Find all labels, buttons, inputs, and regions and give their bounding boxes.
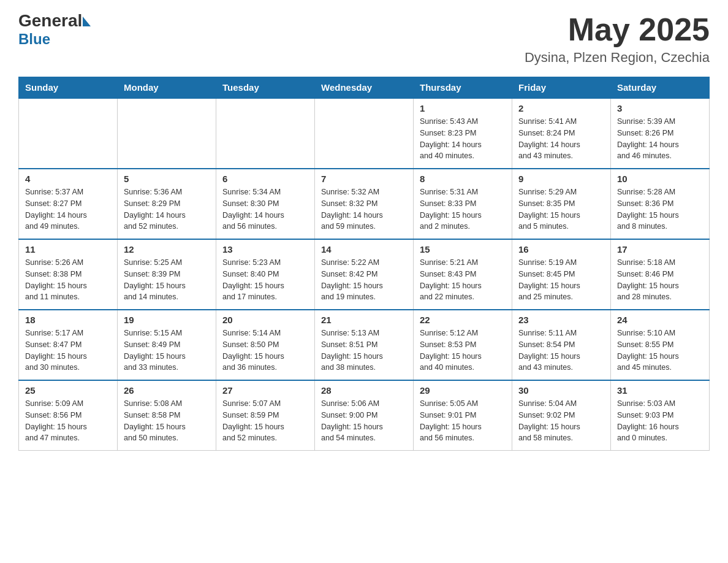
day-number: 11: [25, 244, 111, 255]
calendar-week-row: 4Sunrise: 5:37 AMSunset: 8:27 PMDaylight…: [19, 169, 710, 239]
calendar-cell: 19Sunrise: 5:15 AMSunset: 8:49 PMDayligh…: [118, 310, 216, 380]
day-number: 21: [321, 315, 407, 325]
calendar-cell: 12Sunrise: 5:25 AMSunset: 8:39 PMDayligh…: [118, 239, 216, 310]
day-info: Sunrise: 5:05 AMSunset: 9:01 PMDaylight:…: [420, 398, 506, 444]
day-of-week-header: Saturday: [611, 77, 710, 99]
day-info: Sunrise: 5:36 AMSunset: 8:29 PMDaylight:…: [124, 186, 210, 232]
calendar-cell: 31Sunrise: 5:03 AMSunset: 9:03 PMDayligh…: [611, 380, 710, 451]
calendar-cell: 24Sunrise: 5:10 AMSunset: 8:55 PMDayligh…: [611, 310, 710, 380]
day-info: Sunrise: 5:29 AMSunset: 8:35 PMDaylight:…: [518, 186, 604, 232]
logo-arrow-icon: [83, 17, 91, 26]
calendar-cell: 17Sunrise: 5:18 AMSunset: 8:46 PMDayligh…: [611, 239, 710, 310]
location-subtitle: Dysina, Plzen Region, Czechia: [525, 50, 710, 66]
day-info: Sunrise: 5:28 AMSunset: 8:36 PMDaylight:…: [617, 186, 703, 232]
day-number: 15: [420, 244, 506, 255]
calendar-cell: 25Sunrise: 5:09 AMSunset: 8:56 PMDayligh…: [19, 380, 118, 451]
day-info: Sunrise: 5:18 AMSunset: 8:46 PMDaylight:…: [617, 257, 703, 303]
day-info: Sunrise: 5:19 AMSunset: 8:45 PMDaylight:…: [518, 257, 604, 303]
day-of-week-header: Thursday: [414, 77, 512, 99]
calendar-cell: 18Sunrise: 5:17 AMSunset: 8:47 PMDayligh…: [19, 310, 118, 380]
calendar-cell: 20Sunrise: 5:14 AMSunset: 8:50 PMDayligh…: [216, 310, 315, 380]
logo-general-text: General: [18, 12, 82, 29]
day-info: Sunrise: 5:08 AMSunset: 8:58 PMDaylight:…: [124, 398, 210, 444]
day-info: Sunrise: 5:17 AMSunset: 8:47 PMDaylight:…: [25, 327, 111, 373]
day-info: Sunrise: 5:41 AMSunset: 8:24 PMDaylight:…: [518, 116, 604, 162]
day-of-week-header: Tuesday: [216, 77, 315, 99]
day-number: 5: [124, 174, 210, 184]
calendar-cell: 9Sunrise: 5:29 AMSunset: 8:35 PMDaylight…: [512, 169, 611, 239]
calendar-week-row: 25Sunrise: 5:09 AMSunset: 8:56 PMDayligh…: [19, 380, 710, 451]
calendar-cell: 5Sunrise: 5:36 AMSunset: 8:29 PMDaylight…: [118, 169, 216, 239]
day-info: Sunrise: 5:43 AMSunset: 8:23 PMDaylight:…: [420, 116, 506, 162]
day-of-week-header: Wednesday: [315, 77, 414, 99]
day-number: 20: [222, 315, 308, 325]
day-info: Sunrise: 5:22 AMSunset: 8:42 PMDaylight:…: [321, 257, 407, 303]
day-info: Sunrise: 5:25 AMSunset: 8:39 PMDaylight:…: [124, 257, 210, 303]
day-of-week-header: Friday: [512, 77, 611, 99]
day-info: Sunrise: 5:39 AMSunset: 8:26 PMDaylight:…: [617, 116, 703, 162]
calendar-week-row: 11Sunrise: 5:26 AMSunset: 8:38 PMDayligh…: [19, 239, 710, 310]
day-number: 22: [420, 315, 506, 325]
calendar-cell: 6Sunrise: 5:34 AMSunset: 8:30 PMDaylight…: [216, 169, 315, 239]
day-number: 28: [321, 385, 407, 396]
calendar-cell: 26Sunrise: 5:08 AMSunset: 8:58 PMDayligh…: [118, 380, 216, 451]
calendar-cell: 14Sunrise: 5:22 AMSunset: 8:42 PMDayligh…: [315, 239, 414, 310]
calendar-cell: 13Sunrise: 5:23 AMSunset: 8:40 PMDayligh…: [216, 239, 315, 310]
day-number: 27: [222, 385, 308, 396]
page-header: General Blue May 2025 Dysina, Plzen Regi…: [18, 12, 710, 66]
day-info: Sunrise: 5:34 AMSunset: 8:30 PMDaylight:…: [222, 186, 308, 232]
day-info: Sunrise: 5:31 AMSunset: 8:33 PMDaylight:…: [420, 186, 506, 232]
logo-blue-text: Blue: [18, 31, 50, 48]
day-number: 9: [518, 174, 604, 184]
title-block: May 2025 Dysina, Plzen Region, Czechia: [525, 12, 710, 66]
calendar-cell: 27Sunrise: 5:07 AMSunset: 8:59 PMDayligh…: [216, 380, 315, 451]
calendar-cell: [19, 98, 118, 169]
day-number: 8: [420, 174, 506, 184]
day-number: 24: [617, 315, 703, 325]
day-number: 6: [222, 174, 308, 184]
calendar-cell: 4Sunrise: 5:37 AMSunset: 8:27 PMDaylight…: [19, 169, 118, 239]
calendar-cell: 30Sunrise: 5:04 AMSunset: 9:02 PMDayligh…: [512, 380, 611, 451]
day-number: 31: [617, 385, 703, 396]
day-number: 30: [518, 385, 604, 396]
day-info: Sunrise: 5:13 AMSunset: 8:51 PMDaylight:…: [321, 327, 407, 373]
day-info: Sunrise: 5:04 AMSunset: 9:02 PMDaylight:…: [518, 398, 604, 444]
calendar-cell: 10Sunrise: 5:28 AMSunset: 8:36 PMDayligh…: [611, 169, 710, 239]
day-number: 12: [124, 244, 210, 255]
calendar-table: SundayMondayTuesdayWednesdayThursdayFrid…: [18, 77, 710, 451]
day-number: 14: [321, 244, 407, 255]
day-number: 4: [25, 174, 111, 184]
calendar-cell: [118, 98, 216, 169]
day-number: 29: [420, 385, 506, 396]
calendar-cell: [315, 98, 414, 169]
day-number: 3: [617, 103, 703, 113]
day-info: Sunrise: 5:10 AMSunset: 8:55 PMDaylight:…: [617, 327, 703, 373]
day-info: Sunrise: 5:26 AMSunset: 8:38 PMDaylight:…: [25, 257, 111, 303]
day-number: 26: [124, 385, 210, 396]
calendar-cell: 11Sunrise: 5:26 AMSunset: 8:38 PMDayligh…: [19, 239, 118, 310]
calendar-cell: 29Sunrise: 5:05 AMSunset: 9:01 PMDayligh…: [414, 380, 512, 451]
calendar-cell: [216, 98, 315, 169]
calendar-cell: 28Sunrise: 5:06 AMSunset: 9:00 PMDayligh…: [315, 380, 414, 451]
day-info: Sunrise: 5:12 AMSunset: 8:53 PMDaylight:…: [420, 327, 506, 373]
day-number: 16: [518, 244, 604, 255]
day-of-week-header: Sunday: [19, 77, 118, 99]
day-number: 2: [518, 103, 604, 113]
calendar-cell: 15Sunrise: 5:21 AMSunset: 8:43 PMDayligh…: [414, 239, 512, 310]
calendar-cell: 7Sunrise: 5:32 AMSunset: 8:32 PMDaylight…: [315, 169, 414, 239]
calendar-cell: 22Sunrise: 5:12 AMSunset: 8:53 PMDayligh…: [414, 310, 512, 380]
calendar-header-row: SundayMondayTuesdayWednesdayThursdayFrid…: [19, 77, 710, 99]
day-number: 17: [617, 244, 703, 255]
day-number: 13: [222, 244, 308, 255]
day-number: 1: [420, 103, 506, 113]
day-number: 18: [25, 315, 111, 325]
calendar-cell: 16Sunrise: 5:19 AMSunset: 8:45 PMDayligh…: [512, 239, 611, 310]
day-info: Sunrise: 5:14 AMSunset: 8:50 PMDaylight:…: [222, 327, 308, 373]
calendar-cell: 3Sunrise: 5:39 AMSunset: 8:26 PMDaylight…: [611, 98, 710, 169]
day-number: 25: [25, 385, 111, 396]
day-info: Sunrise: 5:37 AMSunset: 8:27 PMDaylight:…: [25, 186, 111, 232]
calendar-cell: 2Sunrise: 5:41 AMSunset: 8:24 PMDaylight…: [512, 98, 611, 169]
calendar-week-row: 1Sunrise: 5:43 AMSunset: 8:23 PMDaylight…: [19, 98, 710, 169]
day-number: 19: [124, 315, 210, 325]
calendar-cell: 21Sunrise: 5:13 AMSunset: 8:51 PMDayligh…: [315, 310, 414, 380]
